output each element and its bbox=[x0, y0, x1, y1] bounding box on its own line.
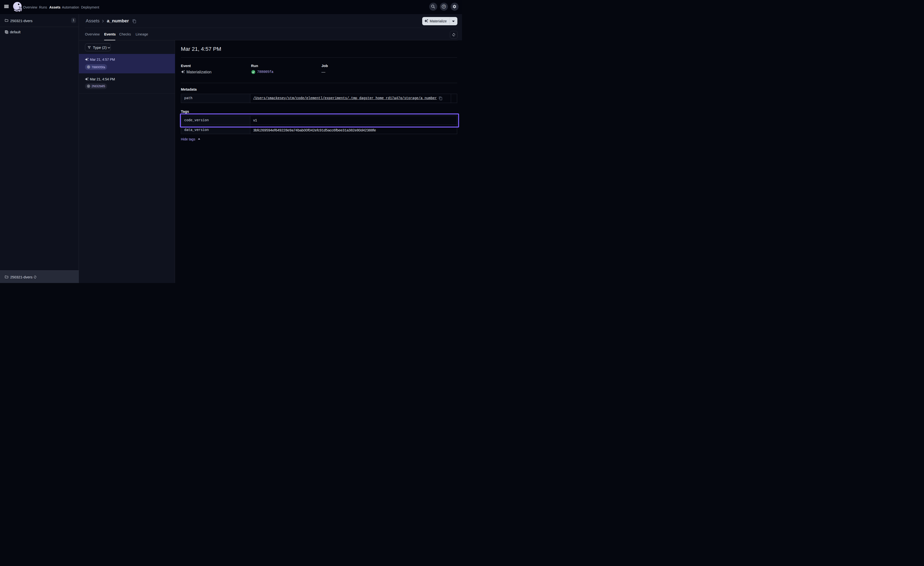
svg-text:?: ? bbox=[443, 5, 444, 8]
